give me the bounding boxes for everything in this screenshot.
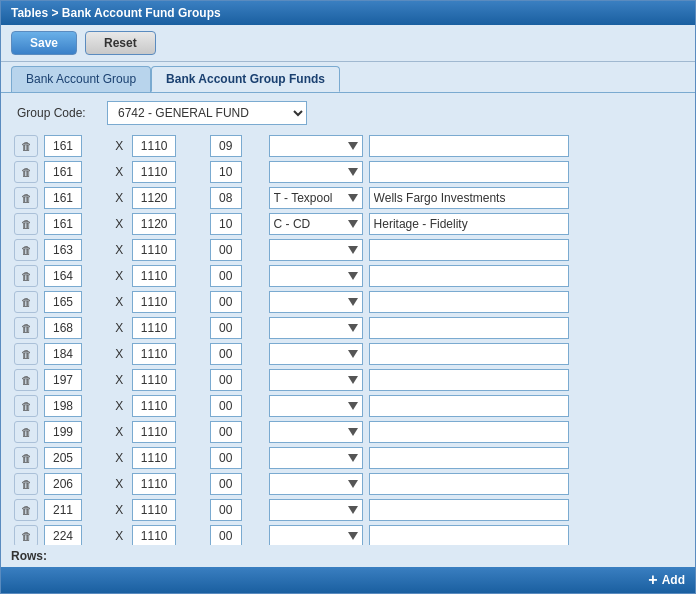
add-button[interactable]: + Add (648, 571, 685, 589)
group-code-select[interactable]: 6742 - GENERAL FUND (107, 101, 307, 125)
delete-row-button[interactable]: 🗑 (14, 447, 38, 469)
col4-input[interactable] (210, 239, 242, 261)
description-input[interactable] (369, 343, 569, 365)
delete-row-button[interactable]: 🗑 (14, 187, 38, 209)
description-input[interactable] (369, 213, 569, 235)
col4-input[interactable] (210, 291, 242, 313)
col1-input[interactable] (44, 187, 82, 209)
col3-input[interactable] (132, 317, 176, 339)
col4-input[interactable] (210, 161, 242, 183)
reset-button[interactable]: Reset (85, 31, 156, 55)
col3-input[interactable] (132, 447, 176, 469)
description-input[interactable] (369, 369, 569, 391)
col4-input[interactable] (210, 317, 242, 339)
description-input[interactable] (369, 135, 569, 157)
delete-row-button[interactable]: 🗑 (14, 473, 38, 495)
type-dropdown[interactable]: T - TexpoolC - CDA - CheckingS - Savings (269, 265, 363, 287)
delete-row-button[interactable]: 🗑 (14, 421, 38, 443)
delete-row-button[interactable]: 🗑 (14, 395, 38, 417)
delete-row-button[interactable]: 🗑 (14, 499, 38, 521)
col1-input[interactable] (44, 473, 82, 495)
col1-input[interactable] (44, 135, 82, 157)
col4-input[interactable] (210, 213, 242, 235)
col1-input[interactable] (44, 369, 82, 391)
col3-input[interactable] (132, 473, 176, 495)
col1-input[interactable] (44, 239, 82, 261)
save-button[interactable]: Save (11, 31, 77, 55)
description-input[interactable] (369, 187, 569, 209)
col1-input[interactable] (44, 343, 82, 365)
delete-row-button[interactable]: 🗑 (14, 525, 38, 545)
type-dropdown[interactable]: T - TexpoolC - CDA - CheckingS - Savings (269, 499, 363, 521)
col3-input[interactable] (132, 525, 176, 545)
type-dropdown[interactable]: T - TexpoolC - CDA - CheckingS - Savings (269, 473, 363, 495)
col4-input[interactable] (210, 499, 242, 521)
type-dropdown[interactable]: T - TexpoolC - CDA - CheckingS - Savings (269, 291, 363, 313)
col1-input[interactable] (44, 317, 82, 339)
col3-input[interactable] (132, 291, 176, 313)
col1-input[interactable] (44, 213, 82, 235)
col4-input[interactable] (210, 473, 242, 495)
col4-input[interactable] (210, 343, 242, 365)
col3-input[interactable] (132, 369, 176, 391)
col3-input[interactable] (132, 161, 176, 183)
description-input[interactable] (369, 473, 569, 495)
col1-input[interactable] (44, 291, 82, 313)
description-input[interactable] (369, 395, 569, 417)
type-dropdown[interactable]: T - TexpoolC - CDA - CheckingS - Savings (269, 135, 363, 157)
delete-row-button[interactable]: 🗑 (14, 343, 38, 365)
type-dropdown[interactable]: T - TexpoolC - CDA - CheckingS - Savings (269, 395, 363, 417)
col3-input[interactable] (132, 213, 176, 235)
tab-bank-account-group[interactable]: Bank Account Group (11, 66, 151, 92)
col3-input[interactable] (132, 343, 176, 365)
col1-input[interactable] (44, 395, 82, 417)
col1-input[interactable] (44, 499, 82, 521)
description-input[interactable] (369, 291, 569, 313)
col4-input[interactable] (210, 395, 242, 417)
description-input[interactable] (369, 161, 569, 183)
col3-input[interactable] (132, 239, 176, 261)
type-dropdown[interactable]: T - TexpoolC - CDA - CheckingS - Savings (269, 239, 363, 261)
delete-row-button[interactable]: 🗑 (14, 317, 38, 339)
col1-input[interactable] (44, 525, 82, 545)
col4-input[interactable] (210, 369, 242, 391)
type-dropdown[interactable]: T - TexpoolC - CDA - CheckingS - Savings (269, 369, 363, 391)
description-input[interactable] (369, 317, 569, 339)
col3-input[interactable] (132, 395, 176, 417)
col4-input[interactable] (210, 421, 242, 443)
description-input[interactable] (369, 239, 569, 261)
type-dropdown[interactable]: T - TexpoolC - CDA - CheckingS - Savings (269, 343, 363, 365)
description-input[interactable] (369, 265, 569, 287)
type-dropdown[interactable]: T - TexpoolC - CDA - CheckingS - Savings (269, 213, 363, 235)
col1-input[interactable] (44, 265, 82, 287)
type-dropdown[interactable]: T - TexpoolC - CDA - CheckingS - Savings (269, 525, 363, 545)
type-dropdown[interactable]: T - TexpoolC - CDA - CheckingS - Savings (269, 187, 363, 209)
delete-row-button[interactable]: 🗑 (14, 265, 38, 287)
col3-input[interactable] (132, 265, 176, 287)
col1-input[interactable] (44, 161, 82, 183)
description-input[interactable] (369, 421, 569, 443)
delete-row-button[interactable]: 🗑 (14, 135, 38, 157)
delete-row-button[interactable]: 🗑 (14, 213, 38, 235)
col4-input[interactable] (210, 187, 242, 209)
delete-row-button[interactable]: 🗑 (14, 239, 38, 261)
col3-input[interactable] (132, 187, 176, 209)
col3-input[interactable] (132, 421, 176, 443)
delete-row-button[interactable]: 🗑 (14, 369, 38, 391)
type-dropdown[interactable]: T - TexpoolC - CDA - CheckingS - Savings (269, 161, 363, 183)
tab-bank-account-group-funds[interactable]: Bank Account Group Funds (151, 66, 340, 92)
type-dropdown[interactable]: T - TexpoolC - CDA - CheckingS - Savings (269, 421, 363, 443)
col4-input[interactable] (210, 525, 242, 545)
delete-row-button[interactable]: 🗑 (14, 161, 38, 183)
col4-input[interactable] (210, 447, 242, 469)
col1-input[interactable] (44, 421, 82, 443)
col4-input[interactable] (210, 265, 242, 287)
col3-input[interactable] (132, 135, 176, 157)
type-dropdown[interactable]: T - TexpoolC - CDA - CheckingS - Savings (269, 447, 363, 469)
type-dropdown[interactable]: T - TexpoolC - CDA - CheckingS - Savings (269, 317, 363, 339)
description-input[interactable] (369, 525, 569, 545)
description-input[interactable] (369, 447, 569, 469)
delete-row-button[interactable]: 🗑 (14, 291, 38, 313)
col1-input[interactable] (44, 447, 82, 469)
col4-input[interactable] (210, 135, 242, 157)
